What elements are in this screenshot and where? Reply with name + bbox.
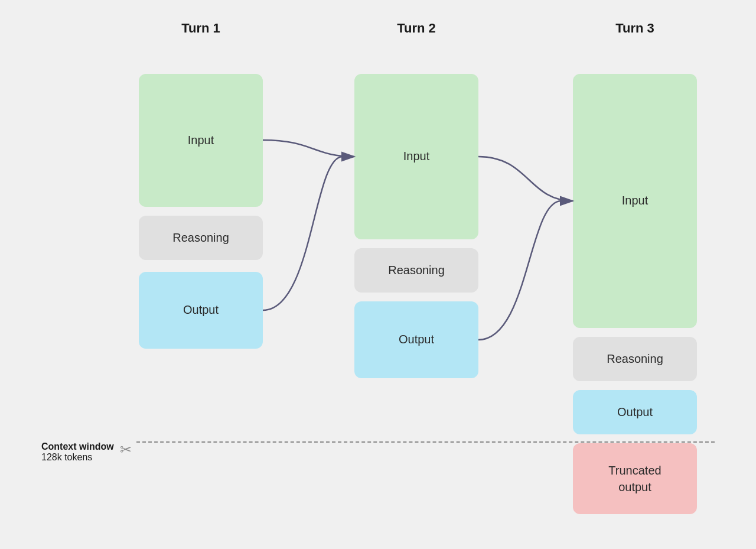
t2-output-block: Output [354, 301, 478, 378]
t2-input-block: Input [354, 74, 478, 239]
scissors-icon: ✂ [120, 441, 132, 458]
t1-input-block: Input [139, 74, 263, 207]
diagram: Turn 1 Turn 2 Turn 3 Input Reasoning Out… [24, 21, 732, 529]
context-window-line: Context window 128k tokens ✂ [41, 441, 715, 463]
turn3-label: Turn 3 [573, 21, 697, 36]
context-dashed-line [136, 441, 715, 443]
t1-reasoning-block: Reasoning [139, 216, 263, 260]
t3-output-block: Output [573, 390, 697, 434]
t3-input-block: Input [573, 74, 697, 328]
t3-reasoning-block: Reasoning [573, 337, 697, 381]
turn2-label: Turn 2 [354, 21, 478, 36]
t1-output-block: Output [139, 272, 263, 349]
t2-reasoning-block: Reasoning [354, 248, 478, 293]
turn1-label: Turn 1 [139, 21, 263, 36]
context-window-label: Context window 128k tokens [41, 441, 114, 463]
